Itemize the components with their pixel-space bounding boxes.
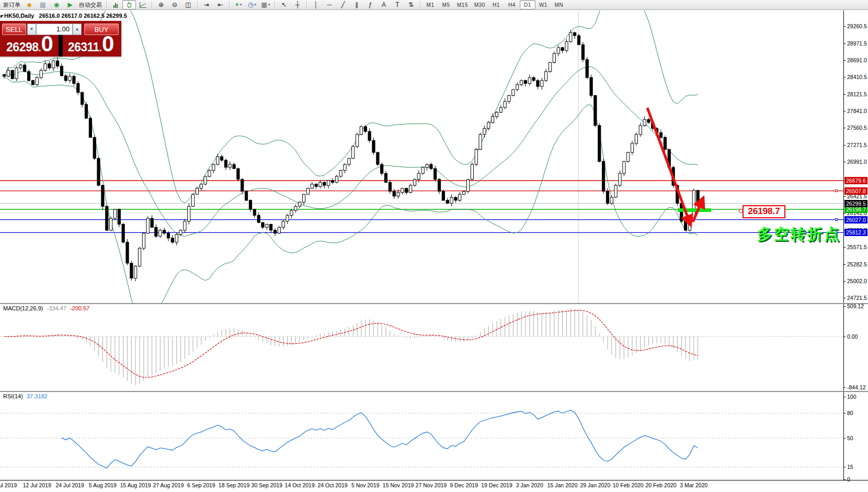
price-line-tag: 25812.3 [844,229,867,236]
trendline-icon[interactable]: ╱ [336,0,350,9]
rsi-value: 37.3182 [27,393,48,399]
timeframe-button-h4[interactable]: H4 [504,0,520,9]
cursor-icon[interactable]: ↖ [277,0,291,9]
price-line-tag: 26679.6 [844,177,867,184]
turning-point-annotation: 多空转折点 [757,224,841,245]
candlestick-chart-icon[interactable] [122,0,136,9]
toolbar-separator [275,1,275,8]
timeframe-button-w1[interactable]: W1 [535,0,551,9]
toolbar-separator [229,1,230,8]
new-order-button[interactable]: 新订单 [1,0,22,9]
arrows-icon[interactable]: ⇅ [404,0,418,9]
panel-divider [59,35,63,57]
signal-icon[interactable]: ◉ [50,0,63,9]
line-chart-icon[interactable] [136,0,150,9]
crosshair-icon[interactable]: ┼ [291,0,304,9]
macd-signal-value: -200.57 [70,305,89,311]
indicators-icon[interactable]: +▾ [232,0,245,9]
buy-price[interactable]: 26311 . 0 [63,35,119,57]
templates-icon[interactable]: ▦▾ [259,0,272,9]
sell-button[interactable]: SELL [2,24,26,35]
price-line-tag: 26507.8 [844,187,867,195]
zoom-out-icon[interactable]: ⊖ [168,0,181,9]
vertical-line-icon[interactable]: │ [309,0,323,9]
macd-main-value: -334.47 [47,305,66,311]
timeframe-button-m5[interactable]: M5 [438,0,454,9]
line-handle[interactable] [835,218,838,221]
timeframe-button-d1[interactable]: D1 [520,0,535,9]
rsi-label: RSI(14) 37.3182 [3,393,48,399]
price-callout-anchor [739,209,743,213]
channel-icon[interactable]: ∥ [350,0,363,9]
auto-scroll-icon[interactable]: ⇥ [200,0,213,9]
autotrade-icon[interactable]: ▶ [63,0,77,9]
toolbar-separator [420,1,420,8]
autotrade-button[interactable]: 自动交易 [77,0,104,9]
trading-platform-window: 新订单◆▤◉▶自动交易⊕⊖◫⇥⇤+▾◷▾▦▾↖┼│─╱∥ƒAT⇅M1M5M15M… [0,0,868,492]
price-line-tag: 26027.0 [844,216,867,223]
price-axis-line [843,10,844,480]
timeframe-button-m30[interactable]: M30 [471,0,488,9]
tile-windows-icon[interactable]: ◫ [181,0,195,9]
periods-icon[interactable]: ◷▾ [245,0,259,9]
line-handle[interactable] [835,189,838,192]
text-icon[interactable]: A [377,0,391,9]
chart-title: HK50,Daily 26516.0 26517.0 26162.5 26299… [4,13,127,19]
toolbar-separator [306,1,307,8]
main-toolbar: 新订单◆▤◉▶自动交易⊕⊖◫⇥⇤+▾◷▾▦▾↖┼│─╱∥ƒAT⇅M1M5M15M… [0,0,868,10]
horizontal-line-icon[interactable]: ─ [323,0,336,9]
timeframe-button-h1[interactable]: H1 [488,0,504,9]
chart-window-icon: ◤ [1,14,4,19]
toolbar-separator [106,1,107,8]
macd-pane-separator[interactable] [0,303,868,304]
volume-decrease-button[interactable]: ▼ [27,24,36,35]
zoom-in-icon[interactable]: ⊕ [154,0,168,9]
fibonacci-icon[interactable]: ƒ [363,0,377,9]
rsi-pane-separator[interactable] [0,391,868,392]
bar-chart-icon[interactable] [109,0,122,9]
volume-increase-button[interactable]: ▲ [73,24,82,35]
timeframe-button-m1[interactable]: M1 [422,0,438,9]
current-price-tag: 26299.5 [844,200,867,207]
text-label-icon[interactable]: T [391,0,404,9]
toolbar-separator [152,1,152,8]
symbol-period-label: HK50,Daily [4,13,34,19]
sell-price[interactable]: 26298 . 0 [1,35,59,57]
date-axis-line [0,480,868,480]
timeframe-button-m15[interactable]: M15 [454,0,471,9]
price-callout-label[interactable]: 26198.7 [743,205,785,218]
chart-shift-icon[interactable]: ⇤ [213,0,227,9]
ohlc-values: 26516.0 26517.0 26162.5 26299.5 [39,13,127,19]
one-click-trade-panel: SELL ▼ 1.00 ▲ BUY 26298 . 0 26311 . 0 [0,21,121,57]
timeframe-button-mn[interactable]: MN [551,0,567,9]
toolbar-separator [197,1,198,8]
profile-icon[interactable]: ◆ [22,0,36,9]
chart-canvas[interactable] [0,0,868,492]
terminal-icon[interactable]: ▤ [36,0,50,9]
macd-label: MACD(12,26,9) -334.47 -200.57 [3,305,89,311]
